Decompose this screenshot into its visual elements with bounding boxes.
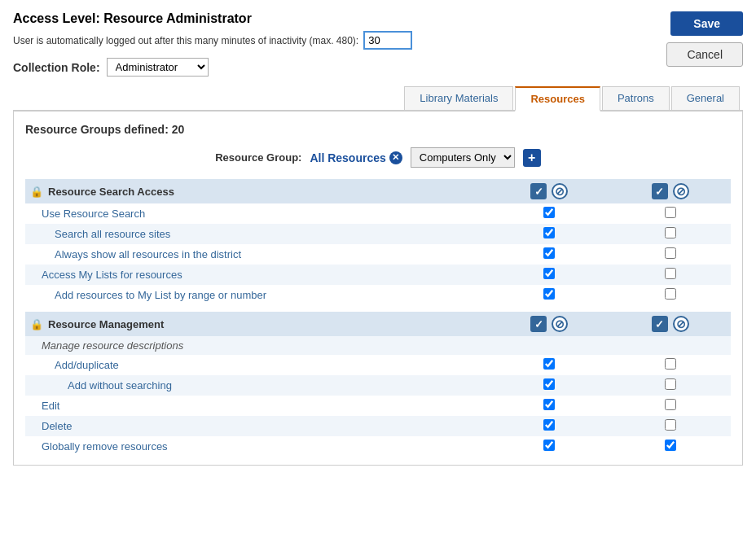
- col1-checkbox-add-without-searching[interactable]: [543, 378, 555, 390]
- all-resources-remove-icon[interactable]: ✕: [389, 151, 402, 164]
- tab-resources[interactable]: Resources: [515, 86, 600, 112]
- col2-checkbox-search-all-sites[interactable]: [665, 227, 676, 238]
- item-globally-remove: Globally remove resources: [25, 436, 489, 457]
- spacer-row: [25, 305, 731, 312]
- resource-search-access-title: Resource Search Access: [48, 186, 174, 198]
- col2-check-globally-remove: [610, 436, 731, 457]
- table-row: Globally remove resources: [25, 436, 731, 457]
- col2-check-group-header: ✓ ⊘: [610, 179, 731, 203]
- tab-general[interactable]: General: [671, 86, 740, 110]
- col1-check-always-show: [489, 244, 609, 265]
- page-title: Access Level: Resource Administrator: [13, 11, 412, 26]
- col2-check-all-btn-2[interactable]: ✓: [652, 316, 668, 332]
- col1-checkbox-search-all-sites[interactable]: [543, 227, 555, 238]
- col2-checkbox-add-without-searching[interactable]: [665, 378, 676, 390]
- col2-check-use-resource-search: [610, 203, 731, 224]
- col1-check-add-without-searching: [489, 375, 609, 396]
- content-panel: Resource Groups defined: 20 Resource Gro…: [13, 112, 743, 466]
- table-row: Add resources to My List by range or num…: [25, 285, 731, 305]
- col1-checkbox-use-resource-search[interactable]: [543, 207, 555, 218]
- tab-library-materials[interactable]: Library Materials: [404, 86, 513, 110]
- item-access-my-lists: Access My Lists for resources: [25, 265, 489, 285]
- resource-management-header: 🔒 Resource Management ✓ ⊘ ✓ ⊘: [25, 312, 731, 336]
- item-add-resources-mylist: Add resources to My List by range or num…: [25, 285, 489, 305]
- col2-deny-btn-2[interactable]: ⊘: [673, 316, 689, 332]
- cancel-button[interactable]: Cancel: [666, 42, 743, 67]
- col2-check-add-without-searching: [610, 375, 731, 396]
- col1-check-access-my-lists: [489, 265, 609, 285]
- col2-checkbox-access-my-lists[interactable]: [665, 268, 676, 279]
- tab-bar: Library Materials Resources Patrons Gene…: [13, 86, 743, 112]
- col2-checkbox-delete[interactable]: [665, 419, 676, 431]
- inactivity-label: User is automatically logged out after t…: [13, 35, 358, 46]
- col1-check-globally-remove: [489, 436, 609, 457]
- lock-icon-2: 🔒: [30, 318, 43, 330]
- table-row: Always show all resources in the distric…: [25, 244, 731, 265]
- lock-icon-1: 🔒: [30, 186, 43, 198]
- col2-check-edit: [610, 396, 731, 416]
- item-add-duplicate: Add/duplicate: [25, 355, 489, 375]
- col1-check-add-resources-mylist: [489, 285, 609, 305]
- col1-checkbox-access-my-lists[interactable]: [543, 268, 555, 279]
- resource-management-title: Resource Management: [48, 318, 164, 330]
- col1-checkbox-edit[interactable]: [543, 399, 555, 410]
- table-row: Add without searching: [25, 375, 731, 396]
- col1-check-all-btn-2[interactable]: ✓: [530, 316, 547, 332]
- resource-group-select[interactable]: Computers Only All Resources Group A Gro…: [411, 147, 515, 168]
- col2-check-add-resources-mylist: [610, 285, 731, 305]
- col1-checkbox-always-show[interactable]: [543, 247, 555, 259]
- col1-deny-btn-2[interactable]: ⊘: [552, 316, 568, 332]
- col2-check-all-btn-1[interactable]: ✓: [652, 183, 668, 199]
- col2-deny-btn-1[interactable]: ⊘: [673, 183, 689, 199]
- col1-checkbox-globally-remove[interactable]: [543, 440, 555, 451]
- col2-checkbox-use-resource-search[interactable]: [665, 207, 676, 218]
- col2-checkbox-edit[interactable]: [665, 399, 676, 410]
- table-row: Use Resource Search: [25, 203, 731, 224]
- col1-check-add-duplicate: [489, 355, 609, 375]
- col2-check-group-header-2: ✓ ⊘: [610, 312, 731, 336]
- resource-groups-count: Resource Groups defined: 20: [25, 123, 731, 136]
- col2-check-search-all-sites: [610, 224, 731, 244]
- col1-checkbox-delete[interactable]: [543, 419, 555, 431]
- tab-patrons[interactable]: Patrons: [602, 86, 670, 110]
- all-resources-text: All Resources: [310, 151, 385, 164]
- col2-check-delete: [610, 416, 731, 436]
- col2-checkbox-add-resources-mylist[interactable]: [665, 288, 676, 300]
- col2-check-access-my-lists: [610, 265, 731, 285]
- action-buttons: Save Cancel: [666, 11, 743, 67]
- col1-check-all-btn-1[interactable]: ✓: [530, 183, 547, 199]
- table-row: Manage resource descriptions: [25, 336, 731, 355]
- table-row: Access My Lists for resources: [25, 265, 731, 285]
- all-resources-tag: All Resources ✕: [310, 151, 402, 164]
- col1-check-edit: [489, 396, 609, 416]
- permissions-table: 🔒 Resource Search Access ✓ ⊘ ✓ ⊘: [25, 179, 731, 457]
- col2-checkbox-always-show[interactable]: [665, 247, 676, 259]
- item-add-without-searching: Add without searching: [25, 375, 489, 396]
- collection-role-select[interactable]: Administrator: [107, 58, 209, 77]
- col1-check-use-resource-search: [489, 203, 609, 224]
- inactivity-input[interactable]: [363, 31, 412, 50]
- col1-checkbox-add-duplicate[interactable]: [543, 358, 555, 370]
- col1-checkbox-add-resources-mylist[interactable]: [543, 288, 555, 300]
- table-row: Search all resource sites: [25, 224, 731, 244]
- resource-group-row: Resource Group: All Resources ✕ Computer…: [25, 147, 731, 168]
- item-use-resource-search: Use Resource Search: [25, 203, 489, 224]
- col2-checkbox-globally-remove[interactable]: [665, 440, 676, 451]
- col2-checkbox-add-duplicate[interactable]: [665, 358, 676, 370]
- item-search-all-sites: Search all resource sites: [25, 224, 489, 244]
- col1-check-group-header-2: ✓ ⊘: [489, 312, 609, 336]
- item-always-show: Always show all resources in the distric…: [25, 244, 489, 265]
- save-button[interactable]: Save: [670, 11, 743, 36]
- table-row: Delete: [25, 416, 731, 436]
- collection-role-label: Collection Role:: [13, 61, 100, 74]
- table-row: Edit: [25, 396, 731, 416]
- resource-mgmt-subtitle: Manage resource descriptions: [25, 336, 489, 355]
- col1-check-delete: [489, 416, 609, 436]
- item-edit: Edit: [25, 396, 489, 416]
- add-resource-group-button[interactable]: +: [523, 149, 541, 167]
- table-row: Add/duplicate: [25, 355, 731, 375]
- col1-check-group-header: ✓ ⊘: [489, 179, 609, 203]
- col2-check-always-show: [610, 244, 731, 265]
- col1-check-search-all-sites: [489, 224, 609, 244]
- col1-deny-btn-1[interactable]: ⊘: [552, 183, 568, 199]
